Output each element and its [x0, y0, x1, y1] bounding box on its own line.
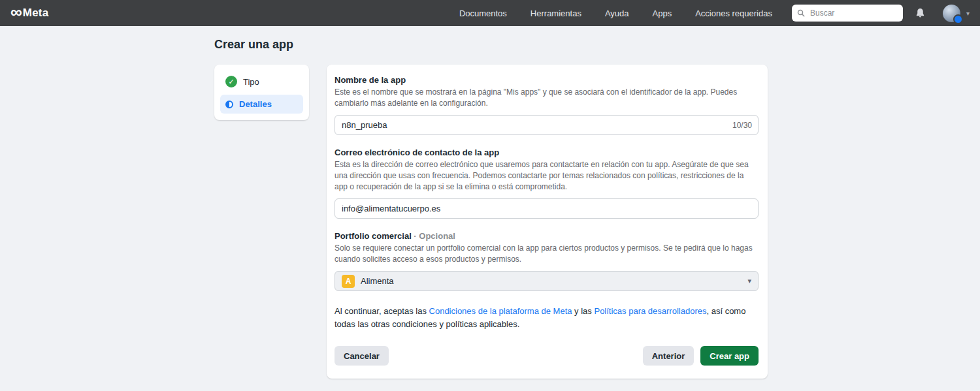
search-input[interactable]: [809, 8, 898, 18]
developer-policies-link[interactable]: Políticas para desarrolladores: [594, 306, 706, 316]
step-tipo[interactable]: ✓ Tipo: [220, 71, 303, 92]
chevron-down-icon: ▾: [966, 10, 970, 17]
check-circle-icon: ✓: [225, 76, 237, 87]
notifications-button[interactable]: [915, 7, 926, 19]
contact-email-label: Correo electrónico de contacto de la app: [335, 148, 759, 157]
nav-item-documentos[interactable]: Documentos: [459, 8, 507, 18]
avatar: [943, 5, 960, 22]
contact-email-input[interactable]: [335, 198, 759, 219]
meta-brand-text: Meta: [23, 7, 49, 20]
app-name-description: Este es el nombre que se mostrará en la …: [335, 87, 759, 109]
main-content: Crear una app ✓ Tipo Detalles Nombre de …: [0, 26, 980, 379]
app-details-form: Nombre de la app Este es el nombre que s…: [327, 65, 768, 379]
meta-infinity-icon: ∞: [10, 4, 22, 20]
app-name-field-wrap: 10/30: [335, 115, 759, 135]
portfolio-label: Portfolio comercial · Opcional: [335, 231, 759, 241]
step-label: Detalles: [239, 99, 272, 109]
avatar-badge-icon: [953, 14, 963, 24]
nav-item-apps[interactable]: Apps: [653, 8, 672, 18]
portfolio-avatar: A: [342, 275, 355, 288]
app-name-input[interactable]: [335, 115, 759, 135]
step-detalles[interactable]: Detalles: [220, 95, 303, 114]
portfolio-select[interactable]: A Alimenta ▾: [335, 271, 759, 291]
char-counter: 10/30: [732, 121, 752, 130]
contact-email-field-wrap: [335, 198, 759, 219]
half-circle-icon: [225, 101, 233, 108]
legal-mid: y las: [572, 306, 595, 316]
create-app-button[interactable]: Crear app: [700, 346, 759, 366]
legal-text: Al continuar, aceptas las Condiciones de…: [335, 305, 753, 330]
nav-item-herramientas[interactable]: Herramientas: [531, 8, 581, 18]
cancel-button[interactable]: Cancelar: [335, 346, 389, 366]
portfolio-description: Solo se requiere conectar un portfolio c…: [335, 243, 759, 265]
nav-item-acciones-requeridas[interactable]: Acciones requeridas: [695, 8, 772, 18]
step-label: Tipo: [243, 77, 259, 87]
account-menu[interactable]: ▾: [943, 5, 970, 22]
main-nav: Documentos Herramientas Ayuda Apps Accio…: [459, 8, 772, 18]
steps-sidebar: ✓ Tipo Detalles: [214, 65, 309, 120]
page-title: Crear una app: [214, 38, 980, 52]
portfolio-optional-tag: · Opcional: [412, 231, 455, 241]
legal-pre: Al continuar, aceptas las: [335, 306, 429, 316]
platform-terms-link[interactable]: Condiciones de la plataforma de Meta: [429, 306, 572, 316]
form-actions: Cancelar Anterior Crear app: [335, 346, 759, 366]
chevron-down-icon: ▾: [747, 277, 751, 285]
portfolio-selected-value: Alimenta: [361, 276, 394, 286]
nav-item-ayuda[interactable]: Ayuda: [605, 8, 629, 18]
portfolio-label-text: Portfolio comercial: [335, 231, 412, 241]
top-navbar: ∞ Meta Documentos Herramientas Ayuda App…: [0, 0, 980, 26]
contact-email-description: Esta es la dirección de correo electróni…: [335, 159, 759, 193]
search-box[interactable]: [792, 5, 903, 22]
back-button[interactable]: Anterior: [643, 346, 694, 366]
app-name-label: Nombre de la app: [335, 75, 759, 85]
search-icon: [797, 9, 805, 17]
bell-icon: [915, 7, 926, 19]
meta-logo[interactable]: ∞ Meta: [10, 6, 48, 20]
